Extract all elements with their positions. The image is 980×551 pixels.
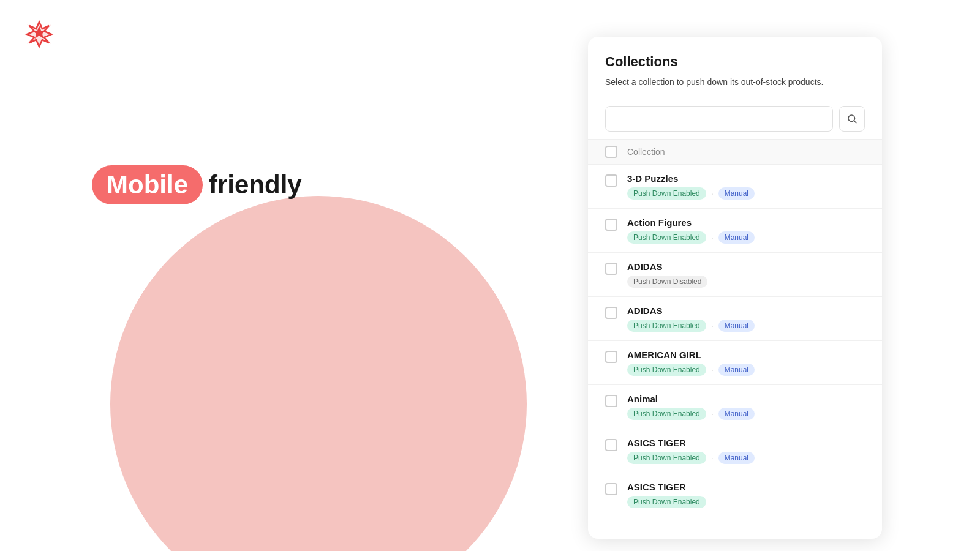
mode-badge: Manual (718, 187, 755, 200)
table-header-label: Collection (627, 147, 665, 157)
hero-mobile-label: Mobile (92, 165, 203, 204)
push-down-badge: Push Down Enabled (627, 496, 706, 508)
item-name: ASICS TIGER (627, 482, 865, 492)
item-checkbox[interactable] (605, 307, 617, 319)
collection-item[interactable]: ASICS TIGER Push Down Enabled (588, 473, 882, 517)
push-down-badge: Push Down Enabled (627, 187, 706, 200)
hero-friendly-label: friendly (209, 170, 302, 200)
dot-separator: · (711, 233, 714, 242)
item-name: ASICS TIGER (627, 438, 865, 448)
search-container (588, 99, 882, 139)
item-content: Animal Push Down Enabled · Manual (627, 394, 865, 420)
collection-item[interactable]: ADIDAS Push Down Disabled (588, 253, 882, 297)
collections-list[interactable]: 3-D Puzzles Push Down Enabled · Manual A… (588, 165, 882, 539)
item-name: Animal (627, 394, 865, 404)
item-content: ADIDAS Push Down Enabled · Manual (627, 305, 865, 332)
item-badges: Push Down Enabled · Manual (627, 452, 865, 464)
item-checkbox[interactable] (605, 439, 617, 451)
item-content: ADIDAS Push Down Disabled (627, 261, 865, 288)
panel-subtitle: Select a collection to push down its out… (605, 76, 865, 89)
push-down-badge: Push Down Enabled (627, 364, 706, 376)
mode-badge: Manual (718, 364, 755, 376)
push-down-badge: Push Down Enabled (627, 452, 706, 464)
item-content: ASICS TIGER Push Down Enabled · Manual (627, 438, 865, 464)
dot-separator: · (711, 321, 714, 331)
mode-badge: Manual (718, 231, 755, 244)
collection-item[interactable]: Action Figures Push Down Enabled · Manua… (588, 209, 882, 253)
background-circle (110, 196, 527, 551)
collection-item[interactable]: Animal Push Down Enabled · Manual (588, 385, 882, 429)
item-name: ADIDAS (627, 305, 865, 316)
item-badges: Push Down Disabled (627, 276, 865, 288)
collections-panel: Collections Select a collection to push … (588, 37, 882, 539)
mode-badge: Manual (718, 320, 755, 332)
select-all-checkbox[interactable] (605, 146, 617, 158)
collection-item[interactable]: 3-D Puzzles Push Down Enabled · Manual (588, 165, 882, 209)
item-name: Action Figures (627, 217, 865, 228)
svg-line-4 (854, 121, 856, 122)
item-badges: Push Down Enabled · Manual (627, 187, 865, 200)
item-content: AMERICAN GIRL Push Down Enabled · Manual (627, 350, 865, 376)
hero-text-container: Mobile friendly (92, 165, 302, 204)
item-checkbox[interactable] (605, 174, 617, 187)
mode-badge: Manual (718, 408, 755, 420)
mode-badge: Manual (718, 452, 755, 464)
item-checkbox[interactable] (605, 483, 617, 495)
push-down-badge: Push Down Disabled (627, 276, 707, 288)
dot-separator: · (711, 409, 714, 419)
item-content: 3-D Puzzles Push Down Enabled · Manual (627, 173, 865, 200)
search-icon (846, 113, 858, 124)
panel-title: Collections (605, 54, 865, 70)
push-down-badge: Push Down Enabled (627, 408, 706, 420)
item-checkbox[interactable] (605, 395, 617, 407)
item-name: AMERICAN GIRL (627, 350, 865, 360)
item-content: ASICS TIGER Push Down Enabled (627, 482, 865, 508)
collection-item[interactable]: AMERICAN GIRL Push Down Enabled · Manual (588, 341, 882, 385)
item-checkbox[interactable] (605, 351, 617, 363)
item-checkbox[interactable] (605, 263, 617, 275)
search-input[interactable] (605, 106, 833, 132)
collection-item[interactable]: ADIDAS Push Down Enabled · Manual (588, 297, 882, 341)
item-badges: Push Down Enabled · Manual (627, 408, 865, 420)
table-header: Collection (588, 139, 882, 165)
item-badges: Push Down Enabled · Manual (627, 364, 865, 376)
dot-separator: · (711, 453, 714, 463)
search-button[interactable] (839, 106, 865, 132)
push-down-badge: Push Down Enabled (627, 320, 706, 332)
collection-item[interactable]: ASICS TIGER Push Down Enabled · Manual (588, 429, 882, 473)
item-checkbox[interactable] (605, 219, 617, 231)
item-name: 3-D Puzzles (627, 173, 865, 184)
item-badges: Push Down Enabled · Manual (627, 320, 865, 332)
item-badges: Push Down Enabled · Manual (627, 231, 865, 244)
push-down-badge: Push Down Enabled (627, 231, 706, 244)
dot-separator: · (711, 189, 714, 198)
item-name: ADIDAS (627, 261, 865, 272)
app-logo (22, 17, 56, 54)
panel-header: Collections Select a collection to push … (588, 37, 882, 99)
item-content: Action Figures Push Down Enabled · Manua… (627, 217, 865, 244)
item-badges: Push Down Enabled (627, 496, 865, 508)
dot-separator: · (711, 365, 714, 375)
